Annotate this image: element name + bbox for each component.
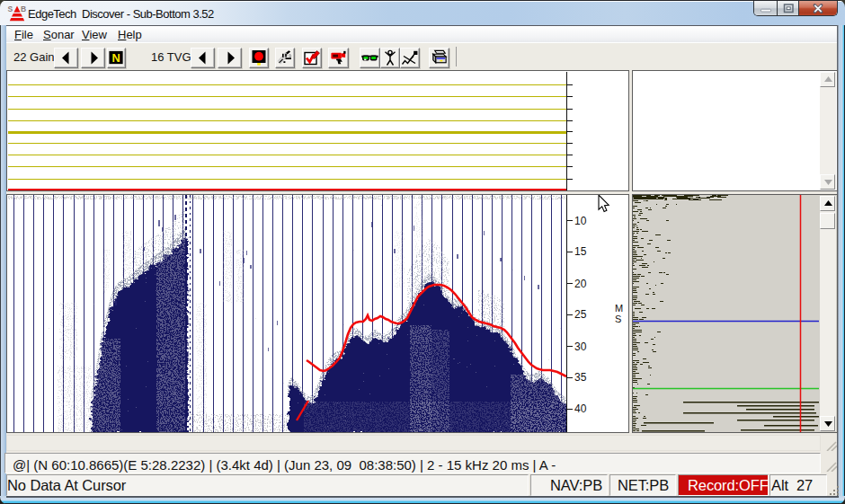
svg-text:B: B (21, 4, 26, 13)
svg-text:S: S (8, 4, 13, 13)
svg-text:N: N (111, 51, 120, 65)
